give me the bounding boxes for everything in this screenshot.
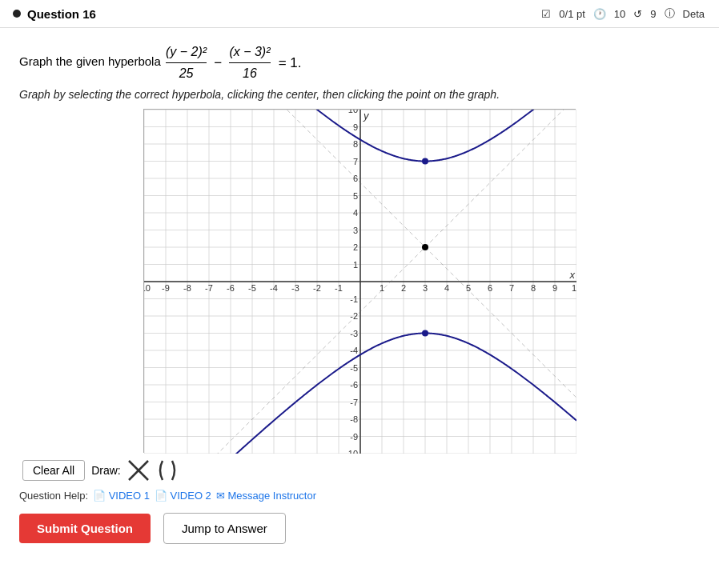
numerator1: (y − 2)² [166, 42, 207, 63]
question-dot [13, 10, 21, 18]
score-area: ☑ 0/1 pt 🕐 10 ↺ 9 ⓘ Deta [540, 6, 706, 21]
video2-link[interactable]: 📄 VIDEO 2 [155, 490, 211, 502]
denominator2: 16 [243, 63, 257, 83]
question-number: Question 16 [13, 7, 96, 21]
refresh-icon: ↺ [633, 8, 642, 20]
draw-icon-x[interactable] [127, 459, 150, 482]
hyperbola-x-icon[interactable] [127, 459, 150, 482]
message-icon: ✉ [216, 490, 225, 502]
clear-all-button[interactable]: Clear All [22, 460, 85, 481]
graph-area[interactable] [143, 109, 576, 453]
question-label: Question 16 [27, 7, 96, 21]
message-label: Message Instructor [227, 490, 316, 502]
hyperbola-bracket-icon[interactable] [156, 459, 179, 482]
submit-question-button[interactable]: Submit Question [19, 514, 151, 543]
video1-link[interactable]: 📄 VIDEO 1 [93, 490, 150, 502]
checkbox-icon: ☑ [541, 8, 551, 20]
page-header: Question 16 ☑ 0/1 pt 🕐 10 ↺ 9 ⓘ Deta [0, 0, 719, 28]
draw-icon-cross[interactable] [156, 459, 179, 482]
draw-label: Draw: [91, 464, 121, 477]
score-value: 0/1 pt [559, 8, 585, 20]
jump-to-answer-button[interactable]: Jump to Answer [163, 513, 286, 544]
video1-label: VIDEO 1 [109, 490, 150, 502]
info-icon: ⓘ [665, 6, 675, 21]
controls-row: Clear All Draw: [19, 459, 700, 482]
question-help-label: Question Help: [19, 490, 88, 502]
clock-icon: 🕐 [593, 8, 606, 20]
action-row: Submit Question Jump to Answer [19, 513, 700, 544]
equals-label: = 1. [279, 55, 302, 70]
video2-icon: 📄 [155, 490, 167, 502]
tries-value: 10 [614, 8, 625, 20]
main-content: Graph the given hyperbola (y − 2)² 25 − … [0, 28, 719, 552]
instruction-text: Graph by selecting the correct hyperbola… [19, 88, 700, 101]
question-text: Graph the given hyperbola (y − 2)² 25 − … [19, 42, 700, 83]
help-row: Question Help: 📄 VIDEO 1 📄 VIDEO 2 ✉ Mes… [19, 490, 700, 502]
fraction1: (y − 2)² 25 [166, 42, 207, 83]
video2-label: VIDEO 2 [171, 490, 211, 502]
numerator2: (x − 3)² [229, 42, 270, 63]
minus-sign: − [214, 55, 222, 70]
denominator1: 25 [179, 63, 194, 83]
question-text-before: Graph the given hyperbola [19, 54, 161, 68]
graph-canvas[interactable] [144, 110, 576, 454]
message-instructor-link[interactable]: ✉ Message Instructor [216, 490, 316, 502]
fraction2: (x − 3)² 16 [229, 42, 270, 83]
submits-value: 9 [650, 8, 656, 20]
video1-icon: 📄 [93, 490, 106, 502]
detail-label: Deta [683, 8, 705, 20]
